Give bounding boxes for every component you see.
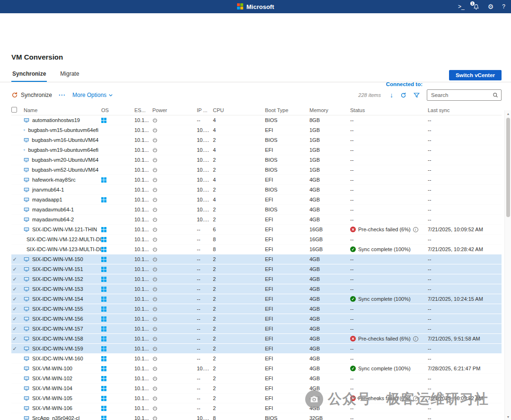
scroll-down-icon[interactable]: ▼ xyxy=(505,413,511,420)
row-checkbox[interactable]: ✓ xyxy=(11,316,18,322)
table-row[interactable]: ✓ SIX-IDC-WIN-VM-159 10.1... -- 2 EFI 4G… xyxy=(11,344,502,354)
items-count: 228 items xyxy=(358,92,381,98)
table-row[interactable]: bugbash-vm16-UbuntuVM64 10.1... 10.1... … xyxy=(11,135,502,145)
row-checkbox[interactable]: ✓ xyxy=(11,296,18,302)
memory: 16GB xyxy=(309,227,350,232)
column-header-ip[interactable]: IP ... xyxy=(197,107,213,113)
table-row[interactable]: ✓ SIX-IDC-WIN-VM-155 10.1... -- 2 EFI 4G… xyxy=(11,304,502,314)
table-row[interactable]: bugbash-vm52-UbuntuVM64 10.1... 10.1... … xyxy=(11,165,502,175)
cpu-count: 4 xyxy=(213,177,265,183)
os-cell xyxy=(101,197,134,202)
cpu-count: 4 xyxy=(213,117,265,123)
boot-type: EFI xyxy=(265,177,309,183)
table-row[interactable]: SIX-IDC-WIN-VM-122-MULTI-DISK 10.1... --… xyxy=(11,235,502,245)
table-row[interactable]: ✓ SIX-IDC-WIN-VM-150 10.1... -- 2 EFI 4G… xyxy=(11,254,502,264)
table-row[interactable]: mayadavmub64-1 10.1... 10.1... 2 BIOS 4G… xyxy=(11,205,502,215)
table-row[interactable]: SIX-VM-WIN-106 10.1... -- 2 EFI 4GB -- -… xyxy=(11,403,502,413)
column-header-name[interactable]: Name xyxy=(24,107,101,113)
os-cell xyxy=(101,306,134,312)
table-row[interactable]: bugbash-vm15-ubuntuvm64efi 10.1... 10.1.… xyxy=(11,125,502,135)
help-icon[interactable]: ? xyxy=(502,4,505,9)
vm-name: SIX-VM-WIN-104 xyxy=(32,385,72,391)
memory: 1GB xyxy=(309,127,350,133)
synchronize-button[interactable]: Synchronize xyxy=(11,92,52,98)
overflow-menu-icon[interactable]: ··· xyxy=(59,92,66,98)
vm-icon xyxy=(24,276,29,282)
row-checkbox[interactable]: ✓ xyxy=(11,306,18,312)
more-options-label: More Options xyxy=(72,92,106,98)
row-checkbox[interactable]: ✓ xyxy=(11,276,18,282)
table-row[interactable]: SIX-IDC-WIN-VM-123-MULTI-DISK 10.1... --… xyxy=(11,245,502,254)
filter-icon[interactable] xyxy=(414,92,420,98)
table-row[interactable]: bugbash-vm19-ubuntuvm64efi 10.1... 10.1.… xyxy=(11,145,502,155)
column-header-boot-type[interactable]: Boot Type xyxy=(265,107,309,113)
table-row[interactable]: ✓ SIX-IDC-WIN-VM-153 10.1... -- 2 EFI 4G… xyxy=(11,284,502,294)
column-header-last-sync[interactable]: Last sync xyxy=(428,107,502,113)
table-row[interactable]: ✓ SIX-IDC-WIN-VM-156 10.1... -- 2 EFI 4G… xyxy=(11,314,502,324)
table-row[interactable]: bugbash-vm20-UbuntuVM64 10.1... 10.1... … xyxy=(11,155,502,165)
memory: 8GB xyxy=(309,117,350,123)
refresh-icon[interactable] xyxy=(400,92,406,98)
table-row[interactable]: SIX-VM-WIN-105 10.1... -- 2 EFI 4GB ✕Pre… xyxy=(11,394,502,403)
column-header-esx[interactable]: ES... xyxy=(134,107,152,113)
table-row[interactable]: ✓ SIX-IDC-WIN-VM-154 10.1... -- 2 EFI 4G… xyxy=(11,294,502,304)
vm-icon xyxy=(24,356,29,361)
table-row[interactable]: jnarvmub64-1 10.1... 10.1... 2 BIOS 4GB … xyxy=(11,185,502,195)
row-checkbox[interactable]: ✓ xyxy=(11,346,18,352)
column-header-power[interactable]: Power xyxy=(152,107,197,113)
table-row[interactable]: ✓ SIX-IDC-WIN-VM-158 10.1... -- 2 EFI 4G… xyxy=(11,334,502,344)
column-header-memory[interactable]: Memory xyxy=(309,107,350,113)
table-row[interactable]: SIX-VM-WIN-100 10.1... 10.1... 2 EFI 4GB… xyxy=(11,364,502,374)
tab-synchronize[interactable]: Synchronize xyxy=(11,69,47,82)
boot-type: EFI xyxy=(265,336,309,341)
last-sync: -- xyxy=(428,266,502,272)
row-checkbox[interactable]: ✓ xyxy=(11,256,18,262)
switch-vcenter-button[interactable]: Switch vCenter xyxy=(449,70,502,80)
table-row[interactable]: mayadaapp1 10.1... 10.1... 4 EFI 4GB -- … xyxy=(11,195,502,205)
tab-migrate[interactable]: Migrate xyxy=(59,69,80,82)
table-row[interactable]: SIX-IDC-WIN-VM-160 10.1... -- 2 EFI 4GB … xyxy=(11,354,502,364)
info-icon[interactable]: i xyxy=(413,227,418,232)
last-sync: 7/21/2025, 10:24:15 AM xyxy=(428,296,502,302)
esx-host: 10.1... xyxy=(134,256,152,262)
info-icon[interactable]: i xyxy=(413,396,418,401)
vm-icon xyxy=(24,177,29,183)
vertical-scrollbar[interactable]: ▲ ▼ xyxy=(504,110,511,420)
table-row[interactable]: mayadavmub64-2 10.1... 10.1... 2 EFI 4GB… xyxy=(11,215,502,225)
column-header-cpu[interactable]: CPU xyxy=(213,107,265,113)
last-sync: 7/28/2025, 6:21:47 PM xyxy=(428,366,502,371)
vm-name: SIX-IDC-WIN-VM-158 xyxy=(32,336,83,341)
status-text: Sync complete (100%) xyxy=(358,246,411,252)
cpu-count: 6 xyxy=(213,227,265,232)
vm-name: bugbash-vm52-UbuntuVM64 xyxy=(32,167,98,173)
info-icon[interactable]: i xyxy=(413,336,418,341)
select-all-checkbox[interactable] xyxy=(11,107,17,113)
search-input[interactable] xyxy=(431,92,493,98)
ip-address: 10.1... xyxy=(197,197,213,202)
scroll-up-icon[interactable]: ▲ xyxy=(505,110,511,117)
row-checkbox[interactable]: ✓ xyxy=(11,286,18,292)
column-header-status[interactable]: Status xyxy=(350,107,428,113)
settings-gear-icon[interactable]: ⚙ xyxy=(488,3,494,10)
scrollbar-thumb[interactable] xyxy=(506,118,510,217)
cloud-shell-icon[interactable]: >_ xyxy=(458,4,465,9)
row-checkbox[interactable]: ✓ xyxy=(11,336,18,342)
table-row[interactable]: SIX-IDC-WIN-VM-121-THIN 10.1... -- 6 EFI… xyxy=(11,225,502,235)
table-row[interactable]: ✓ SIX-IDC-WIN-VM-152 10.1... -- 2 EFI 4G… xyxy=(11,274,502,284)
notifications-bell-icon[interactable]: 1 xyxy=(473,4,479,10)
ip-address: 10.1... xyxy=(197,127,213,133)
table-row[interactable]: SIX-VM-WIN-104 10.1... -- 2 EFI 4GB -- -… xyxy=(11,384,502,394)
download-icon[interactable]: ↓ xyxy=(390,91,393,99)
row-checkbox[interactable]: ✓ xyxy=(11,326,18,332)
power-icon xyxy=(152,366,158,371)
table-row[interactable]: hafework-may8Src 10.1... 10.1... 4 EFI 4… xyxy=(11,175,502,185)
column-header-os[interactable]: OS xyxy=(101,107,134,113)
more-options-button[interactable]: More Options xyxy=(72,92,113,98)
esx-host: 10.1... xyxy=(134,246,152,252)
row-checkbox[interactable]: ✓ xyxy=(11,266,18,272)
table-row[interactable]: automationhostws19 10.1... -- 4 BIOS 8GB… xyxy=(11,115,502,125)
table-row[interactable]: ✓ SIX-IDC-WIN-VM-151 10.1... -- 2 EFI 4G… xyxy=(11,264,502,274)
table-row[interactable]: ✓ SIX-IDC-WIN-VM-157 10.1... -- 2 EFI 4G… xyxy=(11,324,502,334)
table-row[interactable]: SIX-VM-WIN-102 10.1... -- 2 EFI 4GB -- -… xyxy=(11,374,502,384)
table-row[interactable]: SrcApp_n35r0402-cl 10.1... 10.1... 8 BIO… xyxy=(11,413,502,420)
